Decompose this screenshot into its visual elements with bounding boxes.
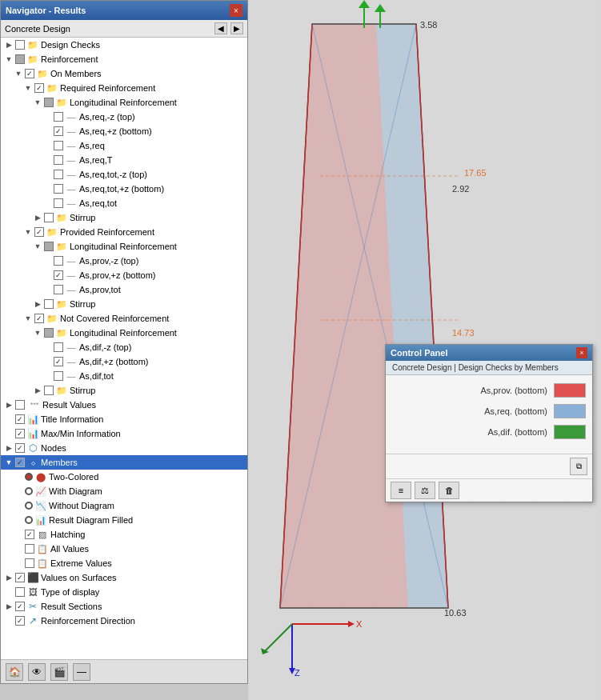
expander-on-members[interactable] <box>14 69 23 78</box>
tree-item-stirrup-prov[interactable]: 📁 Stirrup <box>1 297 247 311</box>
tree-item-result-sections[interactable]: ✂ Result Sections <box>1 599 247 614</box>
expander-stirrup-req[interactable] <box>33 213 42 222</box>
checkbox-nodes[interactable] <box>15 443 25 453</box>
expander-nodes[interactable] <box>4 443 14 453</box>
expander-design-checks[interactable] <box>4 40 14 50</box>
tree-item-as-prov-z-top[interactable]: — As,prov,-z (top) <box>1 254 247 268</box>
tree-item-as-prov-tot[interactable]: — As,prov,tot <box>1 282 247 297</box>
tree-item-members[interactable]: ⬦ Members <box>1 455 247 470</box>
tree-item-as-req-z-bottom[interactable]: — As,req,+z (bottom) <box>1 124 247 138</box>
cp-tab-list-button[interactable]: ≡ <box>391 482 411 499</box>
checkbox-required-reinforcement[interactable] <box>34 83 44 93</box>
expander-reinforcement[interactable] <box>4 54 14 64</box>
checkbox-values-on-surfaces[interactable] <box>15 573 25 582</box>
tree-item-as-req-tot-z-top[interactable]: — As,req,tot,-z (top) <box>1 167 247 182</box>
checkbox-stirrup-notcov[interactable] <box>44 386 54 395</box>
tree-item-not-covered[interactable]: 📁 Not Covered Reinforcement <box>1 311 247 326</box>
cp-close-button[interactable]: × <box>576 347 587 358</box>
video-button[interactable]: 🎬 <box>50 663 68 681</box>
tree-item-maxmin-info[interactable]: 📊 Max/Min Information <box>1 426 247 441</box>
expander-result-values[interactable] <box>4 400 14 410</box>
tree-item-with-diagram[interactable]: 📈 With Diagram <box>1 484 247 498</box>
expander-members[interactable] <box>4 458 14 467</box>
tree-item-as-dif-tot[interactable]: — As,dif,tot <box>1 369 247 383</box>
tree-item-stirrup-req[interactable]: 📁 Stirrup <box>1 210 247 225</box>
checkbox-as-dif-z-bottom[interactable] <box>54 357 63 366</box>
checkbox-maxmin-info[interactable] <box>15 429 25 438</box>
expander-values-on-surfaces[interactable] <box>4 573 14 582</box>
tree-item-all-values[interactable]: 📋 All Values <box>1 542 247 556</box>
expander-long-reinf-prov[interactable] <box>33 242 42 251</box>
checkbox-on-members[interactable] <box>25 69 34 78</box>
cp-tab-balance-button[interactable]: ⚖ <box>415 482 435 499</box>
tree-container[interactable]: 📁 Design Checks 📁 Reinforcement 📁 On Mem… <box>1 38 247 659</box>
tree-item-on-members[interactable]: 📁 On Members <box>1 66 247 81</box>
checkbox-provided-reinforcement[interactable] <box>34 227 44 237</box>
tree-item-long-reinf-req[interactable]: 📁 Longitudinal Reinforcement <box>1 95 247 110</box>
checkbox-hatching[interactable] <box>25 530 34 539</box>
tree-item-as-req-z-top[interactable]: — As,req,-z (top) <box>1 110 247 124</box>
expander-long-reinf-notcov[interactable] <box>33 328 42 338</box>
tree-item-as-req-tot-z-bottom[interactable]: — As,req,tot,+z (bottom) <box>1 182 247 196</box>
checkbox-reinforcement[interactable] <box>15 54 25 64</box>
tree-item-as-dif-z-bottom[interactable]: — As,dif,+z (bottom) <box>1 354 247 369</box>
tree-item-hatching[interactable]: ▨ Hatching <box>1 527 247 542</box>
tree-item-reinforcement-direction[interactable]: ↗ Reinforcement Direction <box>1 614 247 628</box>
tree-item-reinforcement[interactable]: 📁 Reinforcement <box>1 52 247 66</box>
checkbox-stirrup-req[interactable] <box>44 213 54 222</box>
expander-long-reinf-req[interactable] <box>33 98 42 107</box>
tree-item-required-reinforcement[interactable]: 📁 Required Reinforcement <box>1 81 247 95</box>
checkbox-as-prov-tot[interactable] <box>54 285 63 294</box>
tree-item-extreme-values[interactable]: 📋 Extreme Values <box>1 556 247 570</box>
tree-item-design-checks[interactable]: 📁 Design Checks <box>1 38 247 52</box>
tree-item-as-req-tot[interactable]: — As,req,tot <box>1 196 247 210</box>
checkbox-extreme-values[interactable] <box>25 558 34 568</box>
expander-not-covered[interactable] <box>23 314 33 323</box>
checkbox-all-values[interactable] <box>25 544 34 554</box>
tree-item-result-diagram-filled[interactable]: 📊 Result Diagram Filled <box>1 513 247 527</box>
tree-item-type-of-display[interactable]: 🖼 Type of display <box>1 585 247 599</box>
checkbox-long-reinf-notcov[interactable] <box>44 328 54 338</box>
checkbox-as-dif-z-top[interactable] <box>54 342 63 352</box>
tree-item-title-info[interactable]: 📊 Title Information <box>1 412 247 426</box>
checkbox-as-req-tot-z-bottom[interactable] <box>54 184 63 194</box>
checkbox-as-req-tot-z-top[interactable] <box>54 170 63 179</box>
dash-button[interactable]: — <box>73 663 90 681</box>
expander-result-sections[interactable] <box>4 602 14 611</box>
checkbox-long-reinf-prov[interactable] <box>44 242 54 251</box>
checkbox-as-prov-z-top[interactable] <box>54 256 63 266</box>
checkbox-members[interactable] <box>15 458 25 467</box>
checkbox-as-req-t[interactable] <box>54 155 63 165</box>
expander-required-reinforcement[interactable] <box>23 83 33 93</box>
tree-item-long-reinf-notcov[interactable]: 📁 Longitudinal Reinforcement <box>1 326 247 340</box>
tree-item-as-req[interactable]: — As,req <box>1 138 247 153</box>
tree-item-result-values[interactable]: *** Result Values <box>1 398 247 412</box>
home-button[interactable]: 🏠 <box>6 663 23 681</box>
checkbox-as-dif-tot[interactable] <box>54 371 63 381</box>
toolbar-prev-button[interactable]: ◀ <box>214 22 227 34</box>
checkbox-long-reinf-req[interactable] <box>44 98 54 107</box>
tree-item-long-reinf-prov[interactable]: 📁 Longitudinal Reinforcement <box>1 239 247 254</box>
tree-item-as-prov-z-bottom[interactable]: — As,prov,+z (bottom) <box>1 268 247 282</box>
checkbox-as-req-tot[interactable] <box>54 198 63 208</box>
tree-item-two-colored[interactable]: ⬤ Two-Colored <box>1 470 247 484</box>
checkbox-as-prov-z-bottom[interactable] <box>54 270 63 280</box>
checkbox-as-req-z-bottom[interactable] <box>54 126 63 136</box>
tree-item-without-diagram[interactable]: 📉 Without Diagram <box>1 498 247 513</box>
expander-stirrup-notcov[interactable] <box>33 386 42 395</box>
tree-item-nodes[interactable]: ⬡ Nodes <box>1 441 247 455</box>
checkbox-design-checks[interactable] <box>15 40 25 50</box>
checkbox-as-req[interactable] <box>54 141 63 150</box>
checkbox-type-of-display[interactable] <box>15 587 25 597</box>
checkbox-reinforcement-direction[interactable] <box>15 616 25 626</box>
visibility-button[interactable]: 👁 <box>28 663 46 681</box>
expander-stirrup-prov[interactable] <box>33 299 42 309</box>
cp-copy-button[interactable]: ⧉ <box>570 458 587 475</box>
cp-tab-delete-button[interactable]: 🗑 <box>439 482 459 499</box>
toolbar-next-button[interactable]: ▶ <box>230 22 243 34</box>
tree-item-as-req-t[interactable]: — As,req,T <box>1 153 247 167</box>
checkbox-result-sections[interactable] <box>15 602 25 611</box>
expander-provided-reinforcement[interactable] <box>23 227 33 237</box>
tree-item-values-on-surfaces[interactable]: ⬛ Values on Surfaces <box>1 570 247 585</box>
tree-item-as-dif-z-top[interactable]: — As,dif,-z (top) <box>1 340 247 354</box>
